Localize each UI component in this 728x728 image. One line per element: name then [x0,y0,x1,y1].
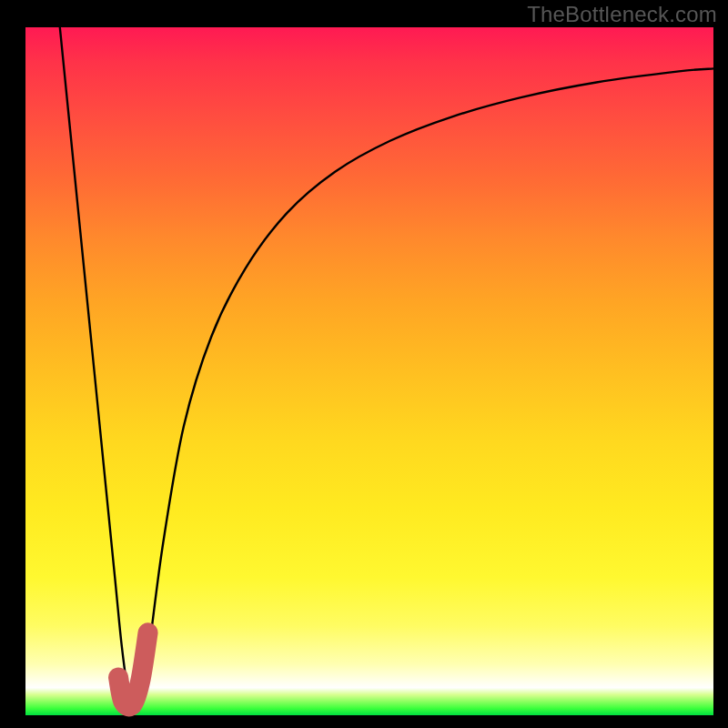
chart-frame: TheBottleneck.com [0,0,728,728]
watermark-text: TheBottleneck.com [527,2,717,27]
bottleneck-curve [60,27,713,703]
plot-area [25,27,713,715]
optimal-marker [118,632,148,706]
curve-layer [25,27,713,715]
